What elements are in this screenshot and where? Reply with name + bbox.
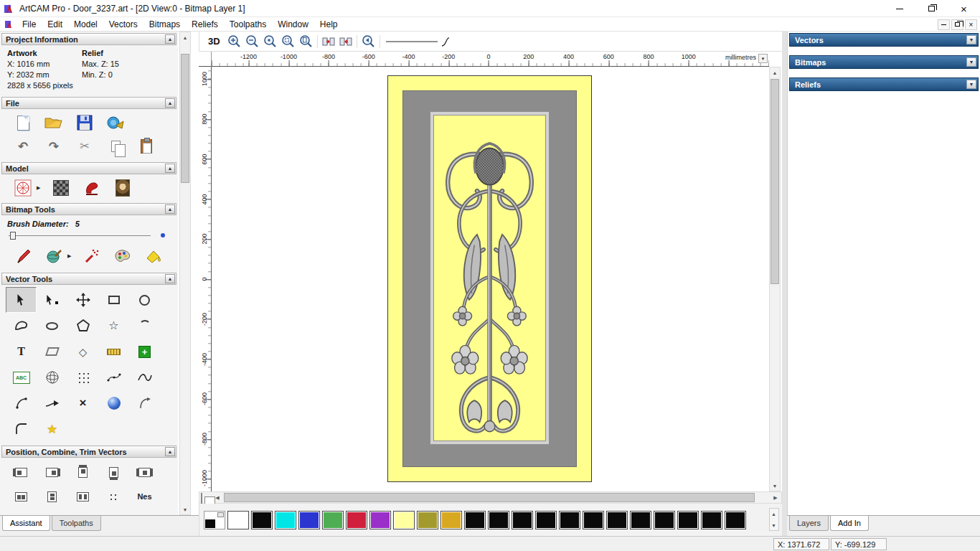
menu-item-file[interactable]: File xyxy=(17,17,42,32)
menu-item-model[interactable]: Model xyxy=(68,17,103,32)
zoom-in-icon[interactable] xyxy=(227,34,241,48)
offset-vectors-tool[interactable]: ★ xyxy=(37,416,67,442)
palette-swatch[interactable] xyxy=(298,511,320,529)
undo-button[interactable]: ↶ xyxy=(13,136,33,156)
align-bottom-tool[interactable] xyxy=(98,460,129,484)
scroll-down-arrow[interactable]: ▼ xyxy=(180,504,190,514)
smooth-curve-tool[interactable] xyxy=(129,390,160,416)
expand-button[interactable]: ▼ xyxy=(966,80,976,89)
mdi-restore-button[interactable] xyxy=(951,19,963,30)
palette-scrollbar[interactable]: ▲ ▼ xyxy=(769,508,779,531)
tab-toolpaths[interactable]: Toolpaths xyxy=(52,516,101,531)
palette-swatch[interactable] xyxy=(512,511,533,529)
palette-swatch[interactable] xyxy=(417,511,438,529)
mdi-close-button[interactable]: × xyxy=(965,19,977,30)
close-button[interactable]: × xyxy=(948,0,980,17)
section-header-project-information[interactable]: Project Information ▲ xyxy=(1,33,176,45)
tab-assistant[interactable]: Assistant xyxy=(2,516,50,531)
scroll-left-arrow[interactable]: ◀ xyxy=(212,493,222,503)
page-view-icon[interactable] xyxy=(201,494,211,502)
menu-item-toolpaths[interactable]: Toolpaths xyxy=(224,17,272,32)
collapse-button[interactable]: ▲ xyxy=(165,274,175,283)
expand-button[interactable]: ▼ xyxy=(966,35,976,44)
select-vectors-tool[interactable] xyxy=(6,287,37,313)
vectors-panel-header[interactable]: Vectors ▼ xyxy=(789,33,979,47)
palette-swatch[interactable] xyxy=(464,511,486,529)
palette-swatch[interactable] xyxy=(583,511,604,529)
tab-layers[interactable]: Layers xyxy=(789,516,829,531)
bitmaps-panel-header[interactable]: Bitmaps ▼ xyxy=(789,55,979,69)
section-header-position-combine-trim[interactable]: Position, Combine, Trim Vectors ▲ xyxy=(1,446,176,458)
create-diamond-tool[interactable]: ◇ xyxy=(67,339,98,364)
greyscale-view-button[interactable] xyxy=(51,178,71,198)
section-header-bitmap-tools[interactable]: Bitmap Tools ▲ xyxy=(1,203,176,215)
snap-right-icon[interactable] xyxy=(339,36,352,47)
blend-spline-tool[interactable] xyxy=(98,390,129,416)
canvas-horizontal-scrollbar[interactable]: ◀ ▶ xyxy=(199,491,782,504)
palette-swatch[interactable] xyxy=(725,511,746,529)
zoom-object-icon[interactable] xyxy=(263,34,277,48)
units-dropdown[interactable]: ▼ xyxy=(758,54,768,63)
spray-button[interactable] xyxy=(82,246,102,266)
create-star-tool[interactable]: ☆ xyxy=(98,313,129,339)
palette-swatch[interactable] xyxy=(654,511,675,529)
trim-vectors-tool[interactable]: × xyxy=(67,390,98,416)
draw-sphere-button[interactable] xyxy=(44,246,64,266)
redo-button[interactable]: ↷ xyxy=(44,136,64,156)
collapse-button[interactable]: ▲ xyxy=(165,204,175,214)
menu-item-reliefs[interactable]: Reliefs xyxy=(186,17,224,32)
2d-view-canvas[interactable] xyxy=(212,67,769,491)
shear-vectors-tool[interactable] xyxy=(37,339,67,364)
zoom-window-icon[interactable] xyxy=(281,34,295,48)
minimize-button[interactable] xyxy=(883,0,915,17)
collapse-button[interactable]: ▲ xyxy=(165,447,175,456)
join-vectors-tool[interactable] xyxy=(37,390,67,416)
create-circle-tool[interactable] xyxy=(129,287,160,313)
scroll-down-arrow[interactable]: ▼ xyxy=(770,481,780,491)
palette-swatch[interactable] xyxy=(369,511,391,529)
slider-thumb[interactable] xyxy=(10,232,16,240)
create-arc-tool[interactable] xyxy=(129,313,160,339)
scatter-copies-tool[interactable] xyxy=(98,484,129,509)
palette-swatch[interactable] xyxy=(440,511,462,529)
collapse-button[interactable]: ▲ xyxy=(165,164,175,173)
arc-fit-tool[interactable] xyxy=(6,390,37,416)
menu-item-window[interactable]: Window xyxy=(272,17,314,32)
create-polygon-tool[interactable] xyxy=(67,313,98,339)
collapse-button[interactable]: ▲ xyxy=(165,98,175,108)
assistant-scrollbar[interactable]: ▲ ▼ xyxy=(179,32,191,515)
paste-vectors-tool[interactable]: + xyxy=(129,339,160,364)
scroll-up-arrow[interactable]: ▲ xyxy=(770,67,780,77)
measure-tool[interactable] xyxy=(98,339,129,364)
line-width-preview[interactable] xyxy=(385,35,449,48)
dot-grid-tool[interactable] xyxy=(67,364,98,390)
relief-stamp-button[interactable] xyxy=(82,178,102,198)
align-top-tool[interactable] xyxy=(67,460,98,484)
create-rectangle-tool[interactable] xyxy=(98,287,129,313)
palette-swatch[interactable] xyxy=(630,511,651,529)
palette-swatch[interactable] xyxy=(701,511,722,529)
paint-pencil-button[interactable] xyxy=(13,246,33,266)
scroll-right-arrow[interactable]: ▶ xyxy=(771,493,781,503)
zoom-previous-icon[interactable] xyxy=(362,34,375,48)
pair-horizontal-tool[interactable] xyxy=(6,484,37,509)
palette-button[interactable] xyxy=(113,246,133,266)
new-model-button[interactable] xyxy=(13,113,33,133)
create-text-tool[interactable]: T xyxy=(6,339,37,364)
load-relief-button[interactable] xyxy=(13,178,33,198)
palette-swatch[interactable] xyxy=(346,511,367,529)
pair-vertical-tool[interactable] xyxy=(37,484,67,509)
panel-divider[interactable] xyxy=(782,32,787,536)
palette-swatch[interactable] xyxy=(251,511,273,529)
palette-swatch[interactable] xyxy=(488,511,509,529)
menu-item-help[interactable]: Help xyxy=(314,17,344,32)
load-image-button[interactable] xyxy=(113,178,133,198)
palette-swatch[interactable] xyxy=(227,511,249,529)
menu-item-bitmaps[interactable]: Bitmaps xyxy=(143,17,186,32)
primary-secondary-colour-swatch[interactable] xyxy=(204,511,225,529)
palette-scroll-up[interactable]: ▲ xyxy=(769,509,778,519)
restore-button[interactable] xyxy=(915,0,948,17)
palette-swatch[interactable] xyxy=(559,511,580,529)
copy-button[interactable] xyxy=(105,136,126,156)
flood-fill-button[interactable] xyxy=(143,246,164,266)
